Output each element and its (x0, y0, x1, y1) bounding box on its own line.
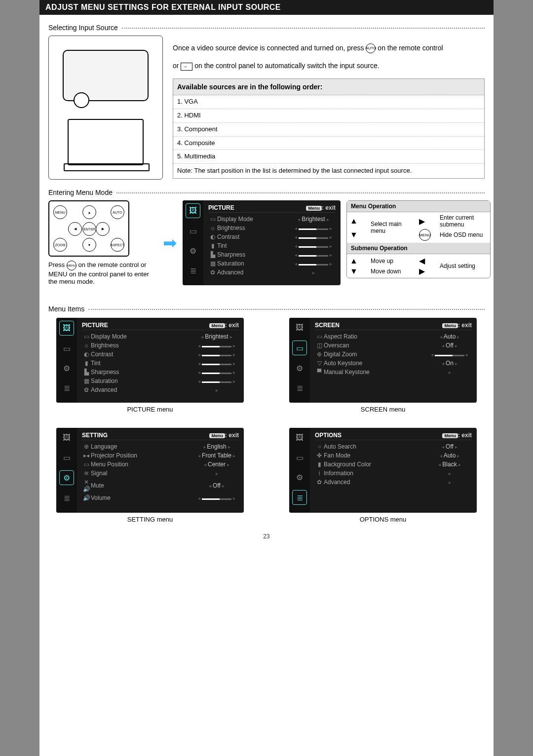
item-label: Auto Search (324, 443, 427, 450)
item-value: ▸ (194, 470, 239, 477)
osd-tab-icon: ≣ (60, 491, 74, 505)
osd-setting-menu: 🖼▭⚙≣SETTINGMenu: exit⊕Language◂English▸▸… (56, 428, 244, 513)
up-arrow-icon: ▲ (350, 217, 370, 226)
item-value: ▸ (427, 479, 472, 486)
intro-line2b: on the control panel to automatically sw… (194, 62, 379, 70)
remote-enter-button: ENTER (82, 222, 96, 236)
osd-picture-menu: 🖼▭⚙≣PICTUREMenu: exit▭Display Mode◂Brigh… (56, 318, 244, 403)
up-arrow-icon: ▲ (350, 257, 370, 265)
osd-tab-icon: 🖼 (186, 203, 200, 218)
item-icon: ☼ (208, 225, 217, 231)
remote-up-button: ▲ (82, 205, 96, 219)
sources-header: Available sources are in the following o… (173, 79, 484, 95)
item-value: ◂Brightest▸ (291, 216, 336, 223)
source-item: 2. HDMI (173, 109, 484, 123)
item-value: ◂Front Table▸ (194, 452, 239, 459)
item-label: Aspect Ratio (324, 333, 427, 340)
item-value: ◂Auto▸ (427, 333, 472, 340)
item-label: Information (324, 470, 427, 477)
osd-menu-item: ◐Contrast◂▸ (82, 350, 239, 359)
item-icon: ▭ (315, 333, 324, 340)
item-label: Tint (217, 242, 291, 249)
item-label: Signal (91, 470, 194, 477)
item-value: ◂On▸ (427, 360, 472, 367)
left-arrow-icon: ◀ (419, 256, 439, 265)
intro-line1a: Once a video source device is connected … (173, 44, 364, 52)
osd-menu-title: SETTINGMenu: exit (82, 431, 239, 440)
dotted-rule (88, 308, 485, 310)
osd-menu-item: ▭Aspect Ratio◂Auto▸ (315, 332, 472, 341)
remote-left-button: ◀ (68, 222, 82, 236)
item-icon: ◐ (82, 351, 91, 358)
item-icon: ▮ (82, 360, 91, 367)
item-icon: ▸◂ (82, 452, 91, 459)
osd-tab-icon: 🖼 (60, 431, 74, 445)
item-label: Menu Position (91, 461, 194, 468)
osd-tab-icon: ≣ (293, 381, 306, 395)
item-value: ▸ (291, 269, 336, 276)
item-value: ◂Brightest▸ (194, 333, 239, 340)
intro-line2a: or (173, 62, 179, 70)
source-item: 3. Component (173, 123, 484, 137)
osd-tab-rail: 🖼▭⚙≣ (56, 428, 77, 513)
osd-tab-icon: ▭ (60, 341, 74, 355)
menu-button-icon: MENU (67, 261, 76, 270)
osd-tab-rail: 🖼▭⚙≣ (56, 318, 77, 403)
op-moveup-label: Move up (371, 258, 418, 265)
item-label: Saturation (217, 260, 291, 267)
item-icon: ✿ (315, 479, 324, 486)
item-label: Contrast (91, 351, 194, 358)
op-adjust-label: Adjust setting (440, 263, 487, 269)
item-label: Advanced (91, 386, 194, 393)
osd-menu-item: 🔊Volume◂▸ (82, 493, 239, 502)
item-icon: ◐ (208, 233, 217, 240)
caption-screen: SCREEN menu (361, 406, 405, 413)
down-arrow-icon: ▼ (350, 230, 370, 239)
auto-button-icon: AUTO (366, 43, 376, 53)
op-movedown-label: Move down (371, 268, 418, 275)
item-value: ◂▸ (291, 251, 336, 258)
heading-text: Entering Menu Mode (48, 189, 113, 196)
item-value: ◂Black▸ (427, 461, 472, 468)
item-icon: ▀ (315, 369, 324, 376)
op-header-2: Submenu Operation (347, 243, 490, 254)
item-icon: ▦ (82, 378, 91, 384)
item-value: ◂Off▸ (427, 342, 472, 349)
item-label: Contrast (217, 233, 291, 240)
remote-auto-button: AUTO (111, 205, 124, 219)
item-value: ▸ (427, 369, 472, 376)
right-arrow-icon: ▶ (419, 266, 439, 276)
osd-menu-item: ○Auto Search◂Off▸ (315, 442, 472, 451)
osd-tab-icon: 🖼 (59, 321, 74, 336)
cap-a: Press (48, 261, 65, 268)
osd-menu-item: ⊕Digital Zoom◂▸ (315, 350, 472, 359)
item-label: Background Color (324, 461, 427, 468)
osd-menu-item: ▙Sharpness◂▸ (208, 250, 336, 259)
item-label: Sharpness (91, 369, 194, 376)
cap-b: on the remote control (78, 261, 139, 268)
item-value: ▸ (427, 470, 472, 477)
osd-tab-icon: ⚙ (59, 470, 74, 485)
page-title: ADJUST MENU SETTINGS FOR EXTERNAL INPUT … (39, 0, 494, 15)
remote-menu-button: MENU (53, 205, 67, 219)
osd-menu-title: SCREENMenu: exit (315, 321, 472, 330)
item-icon: ✕🔊 (82, 479, 91, 492)
menu-icon: MENU (419, 229, 431, 241)
item-icon: ▽ (315, 360, 324, 367)
item-label: Display Mode (91, 333, 194, 340)
item-icon: i (315, 470, 324, 477)
dotted-rule (116, 192, 485, 193)
item-icon: ▭ (82, 333, 91, 340)
remote-down-button: ▼ (82, 238, 96, 252)
osd-menu-item: ⊕Language◂English▸ (82, 442, 239, 451)
osd-menu-item: ▮Tint◂▸ (82, 359, 239, 368)
item-label: Mute (91, 482, 194, 489)
intro-text-block: Once a video source device is connected … (173, 36, 485, 180)
osd-tab-icon: ▭ (292, 340, 307, 355)
osd-tab-rail: 🖼▭⚙≣ (183, 200, 203, 285)
projector-laptop-illustration (48, 36, 163, 180)
item-label: Auto Keystone (324, 360, 427, 367)
osd-tab-icon: ⚙ (293, 361, 306, 375)
section-heading-input: Selecting Input Source (48, 24, 485, 32)
osd-tab-icon: ▭ (60, 451, 74, 464)
